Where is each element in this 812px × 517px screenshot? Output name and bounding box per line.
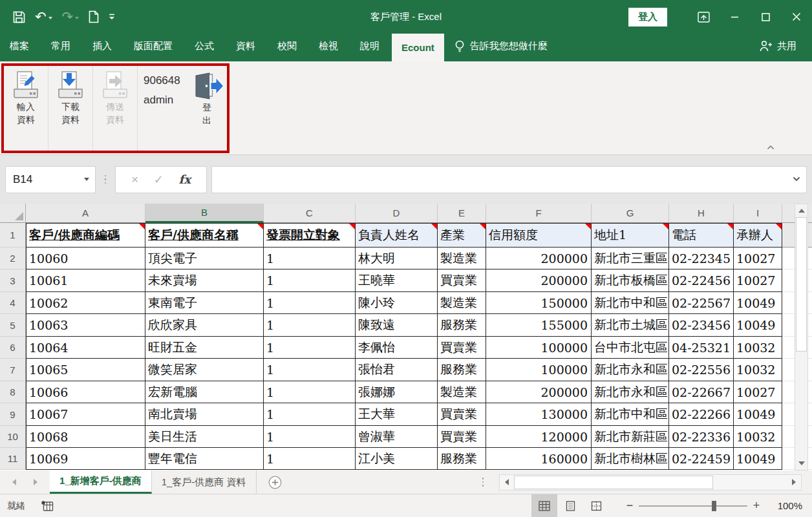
ribbon-tab-校閱[interactable]: 校閱	[268, 34, 306, 58]
grid-cell[interactable]: 1	[264, 337, 356, 359]
grid-cell[interactable]: 1	[264, 314, 356, 337]
grid-cell[interactable]: 10069	[26, 448, 145, 470]
new-sheet-button[interactable]	[257, 470, 294, 494]
grid-cell[interactable]: 新北市三重區	[592, 248, 669, 269]
grid-cell[interactable]: 10049	[734, 448, 782, 470]
row-header-2[interactable]: 2	[0, 248, 26, 269]
grid-cell[interactable]: 10027	[734, 248, 782, 269]
grid-cell[interactable]: 林大明	[356, 248, 438, 269]
grid-cell[interactable]: 1	[264, 248, 356, 269]
grid-cell[interactable]: 02-22567	[669, 292, 734, 314]
enter-check-icon[interactable]: ✓	[154, 173, 164, 187]
row-header-10[interactable]: 10	[0, 426, 26, 448]
grid-cell[interactable]: 東南電子	[145, 292, 264, 314]
grid-cell[interactable]: 陳小玲	[356, 292, 438, 314]
grid-cell[interactable]: 製造業	[438, 381, 486, 403]
zoom-slider-thumb[interactable]	[712, 501, 716, 511]
zoom-out-button[interactable]: −	[621, 499, 639, 512]
column-header-F[interactable]: F	[486, 204, 592, 223]
horizontal-scroll-thumb[interactable]	[514, 476, 713, 489]
grid-cell[interactable]: 豐年電信	[145, 448, 264, 470]
collapse-ribbon-button[interactable]	[767, 145, 775, 150]
insert-function-button[interactable]: fx	[179, 173, 191, 186]
grid-cell[interactable]: 製造業	[438, 248, 486, 269]
grid-cell[interactable]: 製造業	[438, 292, 486, 314]
row-header-6[interactable]: 6	[0, 337, 26, 359]
grid-cell[interactable]: 02-22667	[669, 381, 734, 403]
header-cell[interactable]: 地址1	[592, 223, 669, 248]
row-header-3[interactable]: 3	[0, 269, 26, 292]
grid-cell[interactable]: 南北賣場	[145, 403, 264, 426]
row-header-7[interactable]: 7	[0, 359, 26, 381]
view-normal-button[interactable]	[531, 494, 557, 517]
grid-cell[interactable]: 買賣業	[438, 403, 486, 426]
ribbon-tab-說明[interactable]: 說明	[350, 34, 389, 58]
column-header-I[interactable]: I	[734, 204, 782, 223]
header-cell[interactable]: 客戶/供應商名稱	[145, 223, 264, 248]
previous-sheet-arrow-icon[interactable]	[12, 479, 16, 485]
header-cell[interactable]: 發票開立對象	[264, 223, 356, 248]
grid-cell[interactable]: 買賣業	[438, 269, 486, 292]
grid-cell[interactable]: 10064	[26, 337, 145, 359]
grid-cell[interactable]: 10032	[734, 426, 782, 448]
grid-cell[interactable]: 10066	[26, 381, 145, 403]
grid-cell[interactable]: 10067	[26, 403, 145, 426]
row-header-1[interactable]: 1	[0, 223, 26, 248]
grid-cell[interactable]: 王曉華	[356, 269, 438, 292]
customize-qat-button[interactable]	[109, 13, 115, 21]
tell-me-box[interactable]: 告訴我您想做什麼	[454, 34, 548, 58]
grid-cell[interactable]: 130000	[486, 403, 592, 426]
grid-cell[interactable]: 服務業	[438, 448, 486, 470]
grid-cell[interactable]: 新北市永和區	[592, 359, 669, 381]
grid-cell[interactable]: 10062	[26, 292, 145, 314]
column-header-H[interactable]: H	[669, 204, 734, 223]
grid-cell[interactable]: 200000	[486, 269, 592, 292]
grid-cell[interactable]: 02-22459	[669, 448, 734, 470]
sheet-tab-1_客戶-供應商 資料[interactable]: 1_客戶-供應商 資料	[152, 470, 257, 494]
zoom-slider[interactable]	[639, 505, 747, 507]
undo-button[interactable]: ↶	[35, 10, 52, 24]
grid-cell[interactable]: 150000	[486, 292, 592, 314]
view-page-break-button[interactable]	[583, 494, 609, 517]
grid-cell[interactable]: 160000	[486, 448, 592, 470]
view-page-layout-button[interactable]	[557, 494, 583, 517]
row-header-11[interactable]: 11	[0, 448, 26, 470]
zoom-percent-label[interactable]: 100%	[776, 500, 812, 511]
row-header-9[interactable]: 9	[0, 403, 26, 426]
cancel-icon[interactable]: ×	[131, 173, 138, 187]
download-data-button[interactable]: 下載資料	[48, 66, 93, 151]
ribbon-tab-公式[interactable]: 公式	[185, 34, 224, 58]
grid-cell[interactable]: 1	[264, 426, 356, 448]
grid-cell[interactable]: 100000	[486, 337, 592, 359]
grid-cell[interactable]: 新北市樹林區	[592, 448, 669, 470]
vertical-scrollbar[interactable]	[795, 204, 808, 470]
grid-cell[interactable]: 10027	[734, 381, 782, 403]
header-cell[interactable]: 電話	[669, 223, 734, 248]
grid-cell[interactable]: 10032	[734, 359, 782, 381]
grid-cell[interactable]: 10063	[26, 314, 145, 337]
ribbon-tab-Ecount[interactable]: Ecount	[392, 34, 444, 61]
grid-cell[interactable]: 買賣業	[438, 426, 486, 448]
grid-cell[interactable]: 02-22556	[669, 359, 734, 381]
formula-input[interactable]	[211, 166, 807, 193]
grid-cell[interactable]: 10027	[734, 269, 782, 292]
header-cell[interactable]: 承辦人	[734, 223, 782, 248]
input-data-button[interactable]: 輸入資料	[4, 66, 48, 151]
grid-cell[interactable]: 10060	[26, 248, 145, 269]
logout-button[interactable]: 登 出	[187, 66, 227, 151]
grid-cell[interactable]: 服務業	[438, 359, 486, 381]
column-header-G[interactable]: G	[592, 204, 669, 223]
grid-cell[interactable]: 服務業	[438, 314, 486, 337]
row-header-8[interactable]: 8	[0, 381, 26, 403]
grid-cell[interactable]: 155000	[486, 314, 592, 337]
grid-cell[interactable]: 100000	[486, 359, 592, 381]
grid-cell[interactable]: 張娜娜	[356, 381, 438, 403]
ribbon-display-options-button[interactable]	[688, 0, 719, 34]
ribbon-tab-版面配置[interactable]: 版面配置	[124, 34, 182, 58]
save-button[interactable]	[13, 11, 25, 23]
close-button[interactable]	[781, 0, 812, 34]
grid-cell[interactable]: 10049	[734, 314, 782, 337]
grid-cell[interactable]: 10061	[26, 269, 145, 292]
grid-cell[interactable]: 1	[264, 292, 356, 314]
sheet-tab-1_新增客戶-供應商[interactable]: 1_新增客戶-供應商	[50, 470, 152, 494]
